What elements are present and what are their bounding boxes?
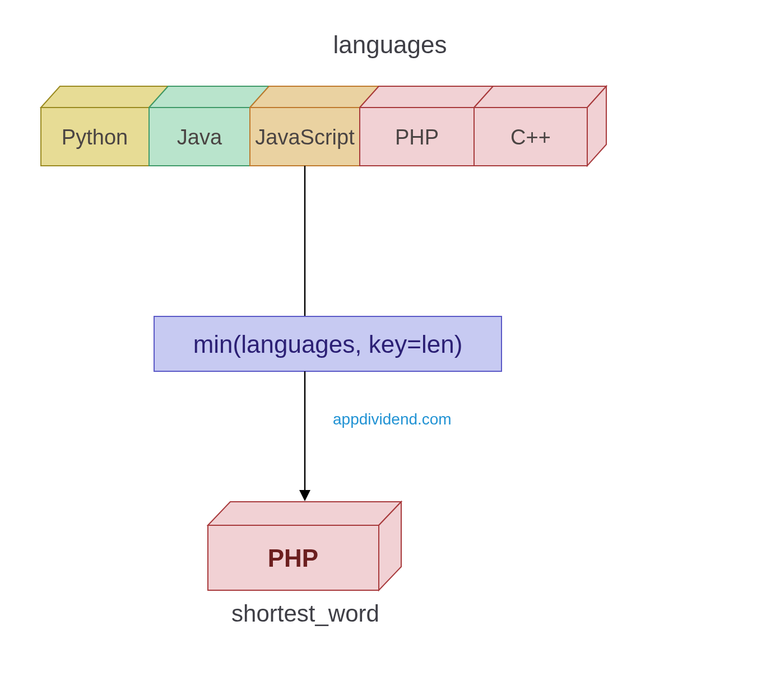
diagram-title: languages bbox=[333, 31, 447, 58]
result-top bbox=[208, 502, 401, 525]
result-box-label: PHP bbox=[268, 544, 318, 572]
array-top-faces bbox=[41, 86, 606, 108]
cell-label-3: PHP bbox=[395, 125, 439, 149]
cell-top-4 bbox=[474, 86, 606, 108]
function-box-label: min(languages, key=len) bbox=[193, 330, 463, 358]
cell-top-0 bbox=[41, 86, 168, 108]
result-variable-label: shortest_word bbox=[231, 600, 379, 627]
cell-top-2 bbox=[250, 86, 379, 108]
cell-label-4: C++ bbox=[510, 125, 551, 149]
cell-label-0: Python bbox=[62, 125, 128, 149]
cell-label-2: JavaScript bbox=[255, 125, 355, 149]
array-row: Python Java JavaScript PHP C++ bbox=[41, 86, 606, 166]
cell-top-1 bbox=[149, 86, 269, 108]
result-box: PHP bbox=[208, 502, 401, 590]
watermark-text: appdividend.com bbox=[333, 410, 452, 428]
cell-top-3 bbox=[360, 86, 493, 108]
diagram-canvas: languages Python Java JavaScript PHP C++ bbox=[0, 0, 780, 700]
cell-label-1: Java bbox=[177, 125, 222, 149]
